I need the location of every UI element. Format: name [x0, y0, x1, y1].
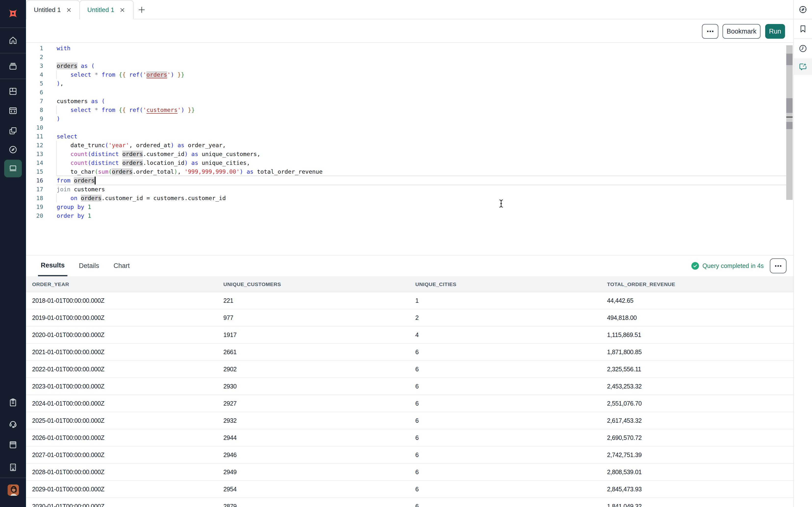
table-cell: 2028-01-01T00:00:00.000Z — [32, 464, 104, 480]
results-tabbar: Results Details Chart Query completed in… — [26, 256, 793, 276]
table-cell: 2,690,570.72 — [607, 429, 642, 446]
sidebar-item-catalog[interactable] — [0, 61, 26, 71]
sidebar-divider — [0, 477, 26, 478]
table-cell: 2030-01-01T00:00:00.000Z — [32, 498, 104, 507]
table-cell: 2661 — [223, 344, 237, 360]
right-rail — [793, 0, 812, 507]
bookmark-button[interactable]: Bookmark — [722, 24, 761, 39]
table-row[interactable]: 2020-01-01T00:00:00.000Z191741,115,869.5… — [26, 327, 793, 344]
line-number: 5 — [26, 79, 43, 88]
line-number: 6 — [26, 88, 43, 97]
sidebar-item-projects[interactable] — [0, 126, 26, 135]
code-line: group by 1 — [57, 203, 323, 211]
line-number: 11 — [26, 132, 43, 141]
text-cursor — [95, 177, 96, 184]
table-row[interactable]: 2029-01-01T00:00:00.000Z295462,845,473.9… — [26, 481, 793, 498]
table-cell: 6 — [415, 498, 419, 507]
table-cell: 2026-01-01T00:00:00.000Z — [32, 429, 104, 446]
results-table-body: 2018-01-01T00:00:00.000Z221144,442.65201… — [26, 292, 793, 507]
close-tab-icon[interactable] — [120, 7, 125, 13]
table-cell: 6 — [415, 447, 419, 463]
tab-label: Untitled 1 — [34, 6, 61, 14]
table-row[interactable]: 2026-01-01T00:00:00.000Z294462,690,570.7… — [26, 429, 793, 447]
table-row[interactable]: 2019-01-01T00:00:00.000Z9772494,818.00 — [26, 309, 793, 327]
sidebar-item-support[interactable] — [0, 419, 26, 429]
table-cell: 2,845,473.93 — [607, 481, 642, 498]
sidebar-item-tasks[interactable] — [0, 398, 26, 407]
dbt-logo-icon[interactable] — [0, 8, 26, 19]
rail-ai-assistant[interactable] — [794, 58, 812, 75]
line-number: 15 — [26, 167, 43, 176]
table-cell: 6 — [415, 429, 419, 446]
rail-bookmarks-icon[interactable] — [794, 24, 812, 33]
column-header[interactable]: TOTAL_ORDER_REVENUE — [607, 276, 675, 292]
run-button[interactable]: Run — [765, 24, 785, 39]
table-cell: 2022-01-01T00:00:00.000Z — [32, 361, 104, 378]
table-row[interactable]: 2022-01-01T00:00:00.000Z290262,325,556.1… — [26, 361, 793, 378]
table-row[interactable]: 2027-01-01T00:00:00.000Z294662,742,751.3… — [26, 447, 793, 464]
table-row[interactable]: 2021-01-01T00:00:00.000Z266161,871,800.8… — [26, 344, 793, 361]
line-number: 1 — [26, 44, 43, 53]
code-line — [57, 88, 323, 97]
column-header[interactable]: UNIQUE_CITIES — [415, 276, 457, 292]
sidebar-item-dashboards[interactable] — [0, 87, 26, 96]
table-row[interactable]: 2028-01-01T00:00:00.000Z294962,808,539.0… — [26, 464, 793, 481]
close-tab-icon[interactable] — [66, 7, 71, 13]
table-cell: 6 — [415, 412, 419, 429]
code-content[interactable]: withorders as ( select * from {{ ref('or… — [57, 44, 323, 220]
line-number: 13 — [26, 150, 43, 159]
table-cell: 6 — [415, 395, 419, 412]
editor-scrollbar[interactable] — [786, 45, 793, 200]
rail-explore-icon[interactable] — [794, 5, 812, 14]
sql-editor[interactable]: 1234567891011121314151617181920 withorde… — [26, 43, 793, 256]
tab-bar: Untitled 1 Untitled 1 — [26, 0, 793, 19]
table-cell: 2027-01-01T00:00:00.000Z — [32, 447, 104, 463]
table-cell: 2,453,253.32 — [607, 378, 642, 395]
run-label: Run — [769, 28, 781, 35]
query-status: Query completed in 4s — [692, 256, 764, 276]
table-row[interactable]: 2030-01-01T00:00:00.000Z287961,841,049.3… — [26, 498, 793, 507]
tab-chart[interactable]: Chart — [107, 256, 136, 276]
sidebar-item-code-editor[interactable] — [0, 106, 26, 115]
table-row[interactable]: 2025-01-01T00:00:00.000Z293262,617,453.3… — [26, 412, 793, 429]
code-line: customers as ( — [57, 97, 323, 106]
table-cell: 2,325,556.11 — [607, 361, 641, 378]
table-row[interactable]: 2023-01-01T00:00:00.000Z293062,453,253.3… — [26, 378, 793, 395]
left-sidebar — [0, 0, 26, 507]
sidebar-item-home[interactable] — [0, 36, 26, 45]
table-cell: 977 — [223, 309, 234, 326]
table-cell: 2024-01-01T00:00:00.000Z — [32, 395, 104, 412]
sidebar-item-docs[interactable] — [0, 440, 26, 449]
table-cell: 2020-01-01T00:00:00.000Z — [32, 327, 104, 343]
table-row[interactable]: 2018-01-01T00:00:00.000Z221144,442.65 — [26, 292, 793, 309]
new-tab-button[interactable] — [136, 4, 147, 15]
tab-results[interactable]: Results — [38, 256, 67, 276]
column-header[interactable]: ORDER_YEAR — [32, 276, 69, 292]
code-line: ), — [57, 79, 323, 88]
line-number: 18 — [26, 194, 43, 203]
tab-details[interactable]: Details — [73, 256, 105, 276]
table-cell: 2944 — [223, 429, 237, 446]
table-cell: 44,442.65 — [607, 292, 633, 309]
table-cell: 2019-01-01T00:00:00.000Z — [32, 309, 104, 326]
table-cell: 2927 — [223, 395, 237, 412]
tab-untitled-1-active[interactable]: Untitled 1 — [80, 0, 134, 19]
results-more-button[interactable] — [770, 259, 786, 273]
table-cell: 6 — [415, 481, 419, 498]
more-options-button[interactable] — [702, 24, 718, 39]
bookmark-label: Bookmark — [727, 28, 757, 35]
code-line: join customers — [57, 185, 323, 194]
sidebar-item-explore[interactable] — [0, 145, 26, 154]
table-row[interactable]: 2024-01-01T00:00:00.000Z292762,551,076.7… — [26, 395, 793, 412]
code-line: select * from {{ ref('customers') }} — [57, 106, 323, 114]
line-number: 8 — [26, 106, 43, 114]
success-check-icon — [692, 262, 699, 270]
sidebar-item-organization[interactable] — [0, 463, 26, 472]
rail-history-icon[interactable] — [794, 44, 812, 53]
table-cell: 2946 — [223, 447, 237, 463]
user-avatar[interactable] — [8, 485, 19, 496]
table-cell: 2,551,076.70 — [607, 395, 642, 412]
column-header[interactable]: UNIQUE_CUSTOMERS — [223, 276, 281, 292]
sidebar-item-studio-active[interactable] — [4, 160, 22, 177]
tab-untitled-1[interactable]: Untitled 1 — [26, 0, 80, 19]
